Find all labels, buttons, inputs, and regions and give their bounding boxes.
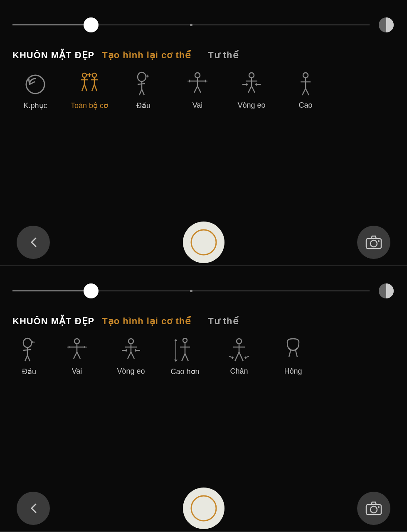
icon-vong-eo-b[interactable]: Vòng eo <box>104 337 158 376</box>
brightness-icon-bottom[interactable] <box>378 283 395 299</box>
icon-label-k-phuc: K.phục <box>23 101 47 110</box>
svg-line-47 <box>25 355 27 361</box>
svg-line-5 <box>82 84 84 91</box>
chan-icon <box>226 337 252 364</box>
svg-point-81 <box>370 506 377 513</box>
svg-line-53 <box>74 352 77 359</box>
dau-b-icon <box>16 337 42 364</box>
svg-line-37 <box>302 89 306 95</box>
svg-point-7 <box>92 73 96 77</box>
camera-btn-top[interactable] <box>357 226 390 259</box>
svg-line-54 <box>77 352 80 359</box>
svg-point-42 <box>378 240 380 242</box>
slider-track-top[interactable] <box>12 25 370 25</box>
svg-point-64 <box>183 338 187 342</box>
menu-bar-bottom: KHUÔN MẶT ĐẸP Tạo hình lại cơ thể Tư thế <box>0 308 407 333</box>
svg-line-17 <box>139 89 142 95</box>
svg-point-34 <box>303 73 308 78</box>
icon-vai-b[interactable]: Vai <box>50 337 104 376</box>
svg-line-18 <box>142 89 144 95</box>
panel-bottom: KHUÔN MẶT ĐẸP Tạo hình lại cơ thể Tư thế… <box>0 266 407 532</box>
svg-line-61 <box>131 352 134 359</box>
cao-hon-icon <box>172 337 198 364</box>
svg-line-60 <box>128 352 131 359</box>
svg-line-31 <box>252 86 255 93</box>
slider-area-bottom <box>0 266 407 308</box>
svg-line-23 <box>194 86 197 93</box>
icons-row-bottom: Đầu Vai <box>0 333 407 380</box>
vong-eo-b-icon <box>118 337 144 364</box>
menu-item-tao-hinh-b[interactable]: Tạo hình lại cơ thể <box>102 316 191 327</box>
svg-line-48 <box>27 355 30 361</box>
svg-line-11 <box>94 84 97 91</box>
hong-icon <box>280 337 306 364</box>
back-btn-top[interactable] <box>17 226 50 259</box>
slider-track-bottom[interactable] <box>12 291 370 291</box>
icon-label-vong-eo-b: Vòng eo <box>117 367 145 376</box>
svg-line-73 <box>235 352 239 361</box>
slider-area-top <box>0 0 407 42</box>
svg-line-46 <box>23 350 31 350</box>
slider-thumb-top[interactable] <box>84 17 99 32</box>
svg-line-78 <box>296 350 297 357</box>
svg-point-44 <box>23 338 32 347</box>
svg-line-74 <box>239 352 243 361</box>
svg-point-14 <box>138 72 146 81</box>
slider-thumb-bottom[interactable] <box>84 283 99 298</box>
svg-point-70 <box>237 339 242 344</box>
menu-item-tao-hinh[interactable]: Tạo hình lại cơ thể <box>102 50 191 61</box>
menu-item-tu-the-b[interactable]: Tư thế <box>208 316 239 327</box>
svg-point-2 <box>82 73 86 77</box>
cao-icon <box>292 71 319 98</box>
icon-chan[interactable]: Chân <box>212 337 266 376</box>
svg-point-41 <box>370 240 377 247</box>
icon-cao[interactable]: Cao <box>279 71 333 110</box>
shutter-btn-top[interactable] <box>183 222 224 263</box>
icon-label-dau-b: Đầu <box>22 367 36 376</box>
dau-icon <box>130 71 157 98</box>
svg-line-38 <box>306 89 309 95</box>
svg-point-79 <box>191 496 216 521</box>
svg-line-24 <box>197 86 201 93</box>
svg-line-6 <box>84 84 87 91</box>
vai-b-icon <box>64 337 90 364</box>
icon-label-chan: Chân <box>230 367 248 376</box>
icon-vong-eo[interactable]: Vòng eo <box>224 71 279 110</box>
svg-line-30 <box>248 86 252 93</box>
back-btn-bottom[interactable] <box>17 492 50 525</box>
icon-cao-hon[interactable]: Cao hơn <box>158 337 212 376</box>
svg-point-50 <box>74 339 79 344</box>
icon-hong[interactable]: Hông <box>266 337 320 376</box>
icon-vai[interactable]: Vai <box>170 71 224 110</box>
menu-item-khuon-mat-b[interactable]: KHUÔN MẶT ĐẸP <box>12 316 94 327</box>
svg-point-57 <box>128 339 133 344</box>
brightness-icon-top[interactable] <box>378 17 395 33</box>
icon-dau[interactable]: Đầu <box>116 71 170 110</box>
svg-line-77 <box>289 350 291 357</box>
icon-k-phuc[interactable]: K.phục <box>8 71 62 110</box>
icon-label-vai-b: Vai <box>72 367 82 376</box>
toan-bo-icon <box>76 71 103 98</box>
icon-label-toan-bo: Toàn bộ cơ <box>71 101 108 110</box>
icon-label-cao-hon: Cao hơn <box>170 367 199 376</box>
bottom-controls-bottom <box>0 485 407 531</box>
icon-dau-b[interactable]: Đầu <box>8 337 50 376</box>
menu-item-khuon-mat[interactable]: KHUÔN MẶT ĐẸP <box>12 50 94 61</box>
camera-btn-bottom[interactable] <box>357 492 390 525</box>
svg-point-27 <box>249 73 254 78</box>
k-phuc-icon <box>22 71 49 98</box>
vai-icon <box>184 71 211 98</box>
icon-label-vong-eo: Vòng eo <box>237 101 265 110</box>
menu-item-tu-the[interactable]: Tư thế <box>208 50 239 61</box>
svg-point-20 <box>195 73 200 78</box>
svg-line-68 <box>185 354 188 361</box>
shutter-btn-bottom[interactable] <box>183 488 224 529</box>
menu-bar-top: KHUÔN MẶT ĐẸP Tạo hình lại cơ thể Tư thế <box>0 42 407 67</box>
svg-point-82 <box>378 506 380 508</box>
icon-toan-bo[interactable]: Toàn bộ cơ <box>62 71 116 110</box>
icon-label-hong: Hông <box>284 367 302 376</box>
panel-top: KHUÔN MẶT ĐẸP Tạo hình lại cơ thể Tư thế… <box>0 0 407 266</box>
svg-line-67 <box>182 354 185 361</box>
vong-eo-icon <box>238 71 265 98</box>
svg-line-10 <box>92 84 94 91</box>
